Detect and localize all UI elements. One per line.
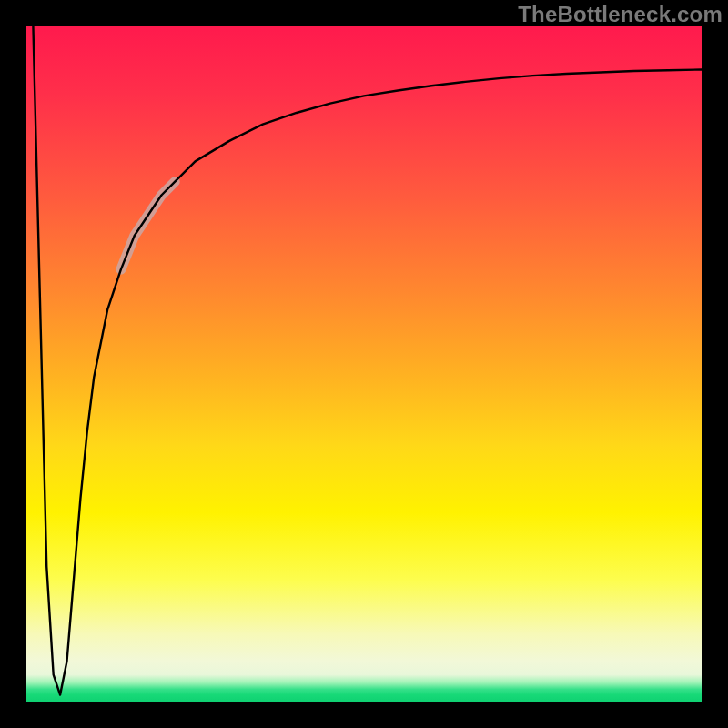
plot-area	[26, 26, 702, 702]
curve-svg	[26, 26, 702, 702]
watermark-text: TheBottleneck.com	[518, 2, 723, 27]
curve-highlight	[121, 182, 175, 269]
chart-frame: TheBottleneck.com	[0, 0, 728, 728]
bottleneck-curve	[33, 26, 702, 695]
